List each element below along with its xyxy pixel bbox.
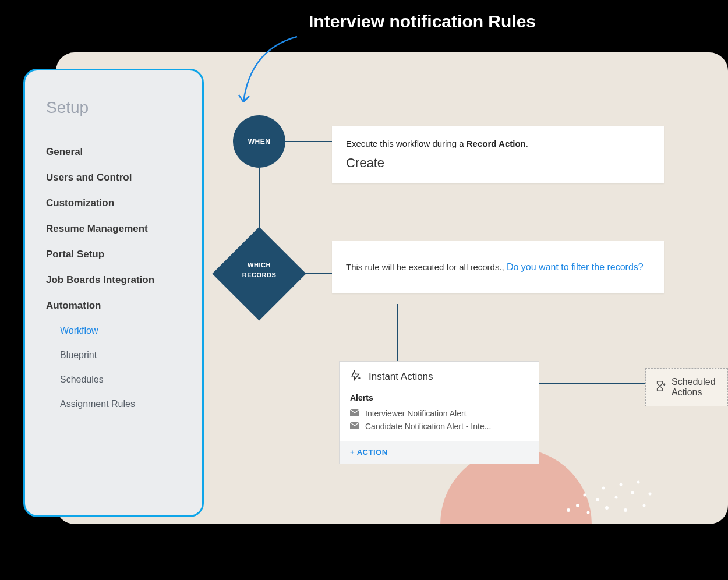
svg-point-13	[637, 481, 640, 484]
sidebar-item-portal[interactable]: Portal Setup	[46, 242, 181, 267]
annotation-label: Interview notification Rules	[309, 12, 536, 31]
svg-point-1	[576, 504, 579, 507]
when-text: Execute this workflow during a Record Ac…	[346, 139, 650, 148]
hourglass-icon	[655, 380, 666, 394]
sidebar-item-users[interactable]: Users and Control	[46, 165, 181, 190]
sidebar-item-jobboards[interactable]: Job Boards Integration	[46, 267, 181, 293]
connector	[285, 141, 332, 142]
when-action: Create	[346, 155, 650, 171]
svg-point-10	[649, 493, 652, 496]
sidebar-subitem-schedules[interactable]: Schedules	[46, 367, 181, 392]
which-text: This rule will be executed for all recor…	[346, 262, 507, 272]
mail-icon	[350, 409, 359, 418]
sidebar-subitem-blueprint[interactable]: Blueprint	[46, 343, 181, 367]
when-node: WHEN	[233, 115, 285, 168]
instant-actions-card: Instant Actions Alerts Interviewer Notif…	[339, 361, 539, 464]
svg-point-7	[631, 491, 634, 494]
arrow-icon	[233, 32, 314, 108]
lightning-icon	[350, 370, 362, 384]
mail-icon	[350, 422, 359, 431]
alerts-title: Alerts	[350, 393, 528, 402]
alert-item[interactable]: Interviewer Notification Alert	[350, 407, 528, 420]
filter-link[interactable]: Do you want to filter the records?	[507, 262, 644, 272]
sidebar-subitem-workflow[interactable]: Workflow	[46, 319, 181, 343]
which-label: WHICHRECORDS	[232, 260, 287, 280]
which-card[interactable]: This rule will be executed for all recor…	[332, 241, 664, 293]
sidebar-item-automation[interactable]: Automation	[46, 293, 181, 319]
scheduled-label: Scheduled Actions	[672, 377, 718, 398]
connector	[539, 383, 646, 384]
instant-label: Instant Actions	[369, 371, 433, 383]
add-action-button[interactable]: + ACTION	[340, 441, 539, 464]
svg-point-5	[615, 496, 618, 499]
svg-point-11	[602, 487, 605, 490]
svg-point-4	[605, 506, 609, 510]
sidebar-item-customization[interactable]: Customization	[46, 190, 181, 216]
sidebar: Setup General Users and Control Customiz…	[23, 69, 204, 517]
scheduled-actions-card[interactable]: Scheduled Actions	[645, 368, 728, 406]
sidebar-subitem-assignment[interactable]: Assignment Rules	[46, 392, 181, 416]
sidebar-item-general[interactable]: General	[46, 139, 181, 165]
alert-item[interactable]: Candidate Notification Alert - Inte...	[350, 420, 528, 433]
decorative-dots	[563, 459, 656, 517]
when-card[interactable]: Execute this workflow during a Record Ac…	[332, 126, 664, 183]
svg-point-12	[620, 483, 623, 486]
svg-point-9	[643, 504, 646, 507]
sidebar-item-resume[interactable]: Resume Management	[46, 216, 181, 242]
svg-point-6	[624, 508, 627, 512]
svg-point-2	[587, 511, 590, 514]
svg-point-8	[584, 494, 586, 497]
svg-point-3	[596, 498, 599, 501]
sidebar-title: Setup	[46, 98, 181, 117]
connector	[397, 304, 398, 362]
svg-point-0	[567, 508, 570, 512]
